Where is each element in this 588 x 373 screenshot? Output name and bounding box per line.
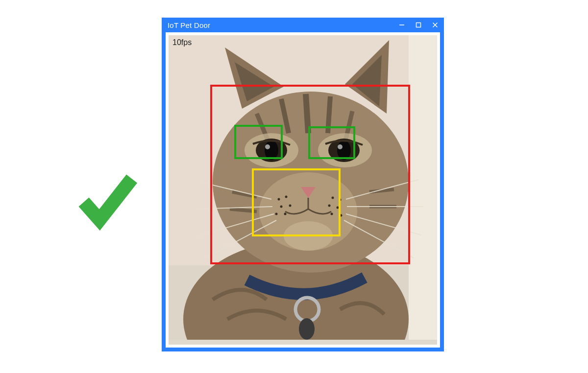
maximize-button[interactable] — [415, 21, 422, 29]
recognition-success-checkmark-icon — [74, 166, 142, 235]
fps-counter: 10fps — [172, 38, 192, 47]
svg-rect-6 — [409, 35, 437, 340]
detection-box-eye-right — [308, 126, 355, 159]
close-button[interactable] — [431, 21, 439, 29]
camera-feed: 10fps — [169, 35, 437, 345]
window-title: IoT Pet Door — [168, 21, 210, 29]
app-window: IoT Pet Door — [162, 18, 444, 351]
detection-box-nose — [252, 168, 341, 236]
detection-box-eye-left — [234, 125, 283, 159]
window-controls — [398, 21, 439, 29]
svg-point-9 — [299, 318, 315, 340]
minimize-button[interactable] — [398, 21, 406, 29]
window-content: 10fps — [166, 32, 440, 348]
titlebar[interactable]: IoT Pet Door — [162, 18, 444, 32]
svg-rect-1 — [416, 23, 421, 27]
